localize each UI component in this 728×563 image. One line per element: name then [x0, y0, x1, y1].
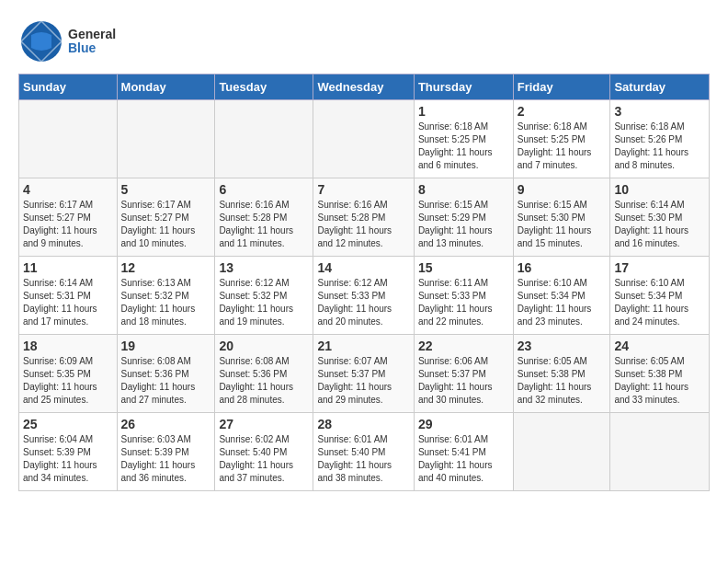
calendar-cell: 3Sunrise: 6:18 AM Sunset: 5:26 PM Daylig… [610, 100, 710, 178]
day-info: Sunrise: 6:12 AM Sunset: 5:33 PM Dayligh… [317, 277, 409, 328]
calendar-cell: 21Sunrise: 6:07 AM Sunset: 5:37 PM Dayli… [313, 335, 414, 413]
day-info: Sunrise: 6:03 AM Sunset: 5:39 PM Dayligh… [121, 433, 211, 485]
day-info: Sunrise: 6:18 AM Sunset: 5:25 PM Dayligh… [418, 121, 509, 172]
calendar-cell: 25Sunrise: 6:04 AM Sunset: 5:39 PM Dayli… [19, 413, 118, 491]
day-info: Sunrise: 6:01 AM Sunset: 5:41 PM Dayligh… [418, 433, 509, 485]
calendar-cell: 20Sunrise: 6:08 AM Sunset: 5:36 PM Dayli… [215, 335, 313, 413]
calendar-cell: 17Sunrise: 6:10 AM Sunset: 5:34 PM Dayli… [610, 257, 710, 335]
calendar-cell: 12Sunrise: 6:13 AM Sunset: 5:32 PM Dayli… [117, 257, 215, 335]
calendar-cell: 6Sunrise: 6:16 AM Sunset: 5:28 PM Daylig… [215, 178, 313, 257]
col-header-monday: Monday [117, 75, 215, 100]
day-number: 7 [317, 182, 409, 197]
day-info: Sunrise: 6:10 AM Sunset: 5:34 PM Dayligh… [518, 277, 607, 328]
day-info: Sunrise: 6:16 AM Sunset: 5:28 PM Dayligh… [317, 199, 409, 250]
calendar-cell [610, 413, 710, 491]
day-number: 2 [518, 104, 607, 119]
week-row-4: 18Sunrise: 6:09 AM Sunset: 5:35 PM Dayli… [19, 335, 710, 413]
day-info: Sunrise: 6:11 AM Sunset: 5:33 PM Dayligh… [418, 277, 509, 328]
calendar-cell: 10Sunrise: 6:14 AM Sunset: 5:30 PM Dayli… [610, 178, 710, 257]
week-row-2: 4Sunrise: 6:17 AM Sunset: 5:27 PM Daylig… [19, 178, 710, 257]
calendar-cell: 4Sunrise: 6:17 AM Sunset: 5:27 PM Daylig… [19, 178, 118, 257]
day-info: Sunrise: 6:12 AM Sunset: 5:32 PM Dayligh… [219, 277, 309, 328]
logo-svg [18, 18, 64, 64]
day-info: Sunrise: 6:05 AM Sunset: 5:38 PM Dayligh… [614, 355, 705, 407]
calendar-cell: 14Sunrise: 6:12 AM Sunset: 5:33 PM Dayli… [313, 257, 414, 335]
day-info: Sunrise: 6:15 AM Sunset: 5:30 PM Dayligh… [518, 199, 607, 250]
col-header-friday: Friday [513, 75, 610, 100]
day-number: 17 [614, 260, 705, 275]
calendar-cell: 7Sunrise: 6:16 AM Sunset: 5:28 PM Daylig… [313, 178, 414, 257]
calendar-cell [19, 100, 118, 178]
day-info: Sunrise: 6:18 AM Sunset: 5:25 PM Dayligh… [518, 121, 607, 172]
day-info: Sunrise: 6:01 AM Sunset: 5:40 PM Dayligh… [317, 433, 409, 485]
day-info: Sunrise: 6:14 AM Sunset: 5:30 PM Dayligh… [614, 199, 705, 250]
header: GeneralBlue [18, 18, 710, 64]
day-info: Sunrise: 6:18 AM Sunset: 5:26 PM Dayligh… [614, 121, 705, 172]
week-row-3: 11Sunrise: 6:14 AM Sunset: 5:31 PM Dayli… [19, 257, 710, 335]
day-info: Sunrise: 6:09 AM Sunset: 5:35 PM Dayligh… [23, 355, 113, 407]
day-info: Sunrise: 6:08 AM Sunset: 5:36 PM Dayligh… [121, 355, 211, 407]
calendar-cell: 1Sunrise: 6:18 AM Sunset: 5:25 PM Daylig… [414, 100, 513, 178]
day-number: 16 [518, 260, 607, 275]
day-number: 13 [219, 260, 309, 275]
day-info: Sunrise: 6:06 AM Sunset: 5:37 PM Dayligh… [418, 355, 509, 407]
calendar-cell: 2Sunrise: 6:18 AM Sunset: 5:25 PM Daylig… [513, 100, 610, 178]
col-header-wednesday: Wednesday [313, 75, 414, 100]
calendar-cell: 23Sunrise: 6:05 AM Sunset: 5:38 PM Dayli… [513, 335, 610, 413]
col-header-thursday: Thursday [414, 75, 513, 100]
day-info: Sunrise: 6:07 AM Sunset: 5:37 PM Dayligh… [317, 355, 409, 407]
calendar-cell [513, 413, 610, 491]
day-info: Sunrise: 6:14 AM Sunset: 5:31 PM Dayligh… [23, 277, 113, 328]
day-number: 5 [121, 182, 211, 197]
calendar-cell: 27Sunrise: 6:02 AM Sunset: 5:40 PM Dayli… [215, 413, 313, 491]
day-number: 19 [121, 339, 211, 353]
day-info: Sunrise: 6:17 AM Sunset: 5:27 PM Dayligh… [23, 199, 113, 250]
day-number: 27 [219, 417, 309, 431]
day-number: 6 [219, 182, 309, 197]
day-number: 8 [418, 182, 509, 197]
calendar-cell: 22Sunrise: 6:06 AM Sunset: 5:37 PM Dayli… [414, 335, 513, 413]
day-number: 18 [23, 339, 113, 353]
week-row-1: 1Sunrise: 6:18 AM Sunset: 5:25 PM Daylig… [19, 100, 710, 178]
day-number: 9 [518, 182, 607, 197]
logo-general-text: General [68, 28, 116, 41]
calendar-cell: 8Sunrise: 6:15 AM Sunset: 5:29 PM Daylig… [414, 178, 513, 257]
calendar-table: SundayMondayTuesdayWednesdayThursdayFrid… [18, 74, 710, 491]
calendar-cell: 18Sunrise: 6:09 AM Sunset: 5:35 PM Dayli… [19, 335, 118, 413]
day-number: 20 [219, 339, 309, 353]
logo-blue-text: Blue [68, 41, 116, 55]
calendar-cell [117, 100, 215, 178]
calendar-cell: 28Sunrise: 6:01 AM Sunset: 5:40 PM Dayli… [313, 413, 414, 491]
day-number: 11 [23, 260, 113, 275]
calendar-cell: 26Sunrise: 6:03 AM Sunset: 5:39 PM Dayli… [117, 413, 215, 491]
day-number: 15 [418, 260, 509, 275]
calendar-cell: 11Sunrise: 6:14 AM Sunset: 5:31 PM Dayli… [19, 257, 118, 335]
col-header-tuesday: Tuesday [215, 75, 313, 100]
day-info: Sunrise: 6:15 AM Sunset: 5:29 PM Dayligh… [418, 199, 509, 250]
col-header-saturday: Saturday [610, 75, 710, 100]
day-number: 28 [317, 417, 409, 431]
day-number: 21 [317, 339, 409, 353]
day-info: Sunrise: 6:17 AM Sunset: 5:27 PM Dayligh… [121, 199, 211, 250]
calendar-cell: 19Sunrise: 6:08 AM Sunset: 5:36 PM Dayli… [117, 335, 215, 413]
day-number: 25 [23, 417, 113, 431]
header-row: SundayMondayTuesdayWednesdayThursdayFrid… [19, 75, 710, 100]
calendar-cell [313, 100, 414, 178]
calendar-cell: 24Sunrise: 6:05 AM Sunset: 5:38 PM Dayli… [610, 335, 710, 413]
day-number: 10 [614, 182, 705, 197]
calendar-cell [215, 100, 313, 178]
day-number: 23 [518, 339, 607, 353]
col-header-sunday: Sunday [19, 75, 118, 100]
calendar-cell: 13Sunrise: 6:12 AM Sunset: 5:32 PM Dayli… [215, 257, 313, 335]
day-number: 29 [418, 417, 509, 431]
day-info: Sunrise: 6:04 AM Sunset: 5:39 PM Dayligh… [23, 433, 113, 485]
logo: GeneralBlue [18, 18, 116, 64]
calendar-cell: 29Sunrise: 6:01 AM Sunset: 5:41 PM Dayli… [414, 413, 513, 491]
day-number: 3 [614, 104, 705, 119]
calendar-cell: 15Sunrise: 6:11 AM Sunset: 5:33 PM Dayli… [414, 257, 513, 335]
day-number: 14 [317, 260, 409, 275]
calendar-cell: 5Sunrise: 6:17 AM Sunset: 5:27 PM Daylig… [117, 178, 215, 257]
calendar-cell: 9Sunrise: 6:15 AM Sunset: 5:30 PM Daylig… [513, 178, 610, 257]
day-number: 4 [23, 182, 113, 197]
day-info: Sunrise: 6:08 AM Sunset: 5:36 PM Dayligh… [219, 355, 309, 407]
